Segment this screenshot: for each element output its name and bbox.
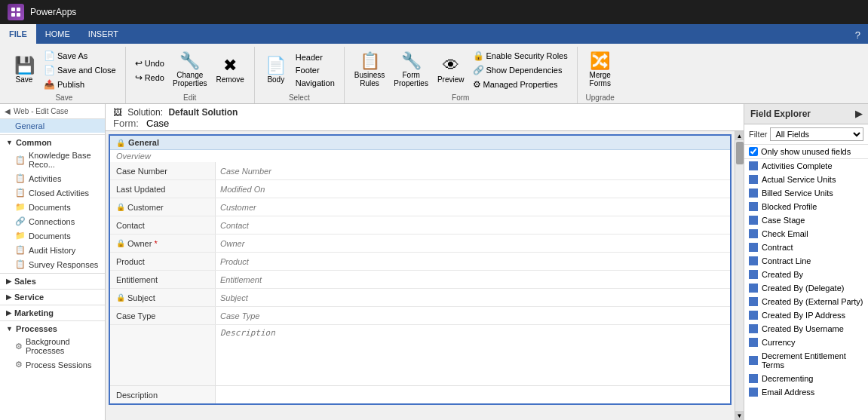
save-label: Save xyxy=(16,75,33,84)
field-label-description: Description xyxy=(110,386,216,403)
scroll-thumb[interactable] xyxy=(736,142,744,164)
field-input-subject[interactable] xyxy=(216,289,730,306)
fe-field-decrement-entitlement[interactable]: Decrement Entitlement Terms xyxy=(744,349,868,372)
save-group-label: Save xyxy=(55,94,72,103)
sidebar-item-documents-1[interactable]: 📁 Documents xyxy=(0,200,105,214)
section-lock-icon: 🔒 xyxy=(116,139,125,147)
form-properties-button[interactable]: 🔧 FormProperties xyxy=(390,51,432,90)
main-content: 🖼 Solution: Default Solution Form: Case … xyxy=(106,104,744,420)
save-as-button[interactable]: 📄 Save As xyxy=(41,49,119,63)
fe-checkbox-row: Only show unused fields xyxy=(744,145,868,159)
show-dependencies-button[interactable]: 🔗 Show Dependencies xyxy=(470,63,571,77)
enable-security-button[interactable]: 🔒 Enable Security Roles xyxy=(470,49,571,63)
ribbon-group-save: 💾 Save 📄 Save As 📄 Save and Close 📤 Publ… xyxy=(3,47,126,103)
fe-field-icon-0 xyxy=(749,161,758,170)
header-button[interactable]: Header xyxy=(293,51,338,63)
fe-field-currency[interactable]: Currency xyxy=(744,336,868,349)
fe-field-contract[interactable]: Contract xyxy=(744,241,868,254)
sidebar-item-audit-history[interactable]: 📋 Audit History xyxy=(0,243,105,257)
undo-button[interactable]: ↩ Undo xyxy=(132,57,167,70)
merge-forms-button[interactable]: 🔀 MergeForms xyxy=(585,51,615,90)
sidebar-section-service[interactable]: ▶ Service xyxy=(0,289,105,303)
fe-field-case-stage[interactable]: Case Stage xyxy=(744,213,868,227)
fe-field-created-by-external[interactable]: Created By (External Party) xyxy=(744,295,868,308)
fe-filter-row: Filter All Fields xyxy=(744,124,868,145)
fe-field-contract-line[interactable]: Contract Line xyxy=(744,254,868,268)
owner-req-icon: 🔒 xyxy=(116,239,125,247)
sidebar-item-connections[interactable]: 🔗 Connections xyxy=(0,214,105,228)
redo-button[interactable]: ↪ Redo xyxy=(132,71,167,84)
scroll-up-arrow[interactable]: ▲ xyxy=(735,131,744,140)
field-input-last-updated[interactable] xyxy=(216,180,730,198)
fe-field-created-by-ip[interactable]: Created By IP Address xyxy=(744,308,868,322)
sidebar-section-marketing[interactable]: ▶ Marketing xyxy=(0,305,105,319)
field-row-entitlement: Entitlement xyxy=(110,271,730,289)
field-input-customer[interactable] xyxy=(216,198,730,216)
ribbon-group-edit: ↩ Undo ↪ Redo 🔧 ChangeProperties ✖ Remov… xyxy=(126,47,255,103)
subject-req-icon: 🔒 xyxy=(116,293,125,302)
form-line: Form: Case xyxy=(113,118,736,129)
fe-field-created-by-username[interactable]: Created By Username xyxy=(744,322,868,336)
ribbon-content: 💾 Save 📄 Save As 📄 Save and Close 📤 Publ… xyxy=(0,44,868,104)
fe-field-email-address[interactable]: Email Address xyxy=(744,385,868,399)
field-label-description-area xyxy=(110,325,216,385)
publish-button[interactable]: 📤 Publish xyxy=(41,78,119,91)
body-button[interactable]: 📄 Body xyxy=(261,55,291,86)
save-close-button[interactable]: 📄 Save and Close xyxy=(41,63,119,77)
field-input-contact[interactable] xyxy=(216,216,730,234)
tab-home[interactable]: HOME xyxy=(36,24,79,44)
field-row-subject: 🔒 Subject xyxy=(110,289,730,307)
ribbon-group-upgrade: 🔀 MergeForms Upgrade xyxy=(578,47,623,103)
sidebar-item-activities[interactable]: 📋 Activities xyxy=(0,171,105,185)
svg-rect-0 xyxy=(11,8,15,11)
field-explorer: Field Explorer ▶ Filter All Fields Only … xyxy=(744,104,868,420)
form-section-general: 🔒 General Overview Case Number xyxy=(109,134,732,405)
fe-field-actual-service[interactable]: Actual Service Units xyxy=(744,173,868,186)
footer-button[interactable]: Footer xyxy=(293,64,338,76)
fe-field-billed-service[interactable]: Billed Service Units xyxy=(744,186,868,200)
sidebar-item-closed-activities[interactable]: 📋 Closed Activities xyxy=(0,185,105,200)
save-button[interactable]: 💾 Save xyxy=(9,55,39,86)
sidebar-item-documents-2[interactable]: 📁 Documents xyxy=(0,228,105,243)
field-row-owner: 🔒 Owner * xyxy=(110,235,730,253)
sidebar-item-general[interactable]: General xyxy=(0,119,105,133)
fe-field-activities-complete[interactable]: Activities Complete xyxy=(744,159,868,173)
fe-field-created-by[interactable]: Created By xyxy=(744,268,868,281)
main-container: ◀ Web - Edit Case General ▼ Common 📋 Kno… xyxy=(0,104,868,420)
fe-unused-checkbox[interactable] xyxy=(749,147,758,156)
field-input-case-number[interactable] xyxy=(216,162,730,179)
navigation-button[interactable]: Navigation xyxy=(293,77,338,89)
ribbon-group-form: 📋 BusinessRules 🔧 FormProperties 👁 Previ… xyxy=(345,47,578,103)
sidebar-item-bg-processes[interactable]: ⚙ Background Processes xyxy=(0,335,105,357)
fe-field-icon-14 xyxy=(749,356,758,365)
field-input-product[interactable] xyxy=(216,253,730,270)
sidebar-section-processes[interactable]: ▼ Processes xyxy=(0,320,105,335)
fe-field-blocked-profile[interactable]: Blocked Profile xyxy=(744,200,868,213)
sidebar-section-common[interactable]: ▼ Common xyxy=(0,134,105,149)
fe-field-created-by-delegate[interactable]: Created By (Delegate) xyxy=(744,281,868,295)
field-input-description-area[interactable] xyxy=(216,325,730,385)
managed-properties-button[interactable]: ⚙ Managed Properties xyxy=(470,78,571,91)
svg-rect-1 xyxy=(17,8,20,11)
form-subsection: Overview xyxy=(110,150,730,162)
sidebar-item-survey-responses[interactable]: 📋 Survey Responses xyxy=(0,257,105,271)
sidebar-item-kb-reco[interactable]: 📋 Knowledge Base Reco... xyxy=(0,149,105,171)
field-input-owner[interactable] xyxy=(216,235,730,252)
fe-field-icon-5 xyxy=(749,229,758,238)
fe-field-check-email[interactable]: Check Email xyxy=(744,227,868,241)
field-input-case-type[interactable] xyxy=(216,307,730,324)
scroll-down-arrow[interactable]: ▼ xyxy=(735,411,744,420)
sidebar-section-sales[interactable]: ▶ Sales xyxy=(0,273,105,287)
tab-insert[interactable]: INSERT xyxy=(79,24,127,44)
tab-file[interactable]: FILE xyxy=(0,24,36,44)
fe-field-decrementing[interactable]: Decrementing xyxy=(744,372,868,385)
field-explorer-expand-icon[interactable]: ▶ xyxy=(855,109,862,119)
sidebar-item-process-sessions[interactable]: ⚙ Process Sessions xyxy=(0,357,105,372)
change-properties-button[interactable]: 🔧 ChangeProperties xyxy=(169,51,211,90)
help-button[interactable]: ? xyxy=(848,26,868,44)
business-rules-button[interactable]: 📋 BusinessRules xyxy=(351,51,389,90)
fe-filter-select[interactable]: All Fields xyxy=(770,127,863,141)
field-input-entitlement[interactable] xyxy=(216,271,730,288)
remove-button[interactable]: ✖ Remove xyxy=(213,55,248,86)
preview-button[interactable]: 👁 Preview xyxy=(434,55,468,86)
